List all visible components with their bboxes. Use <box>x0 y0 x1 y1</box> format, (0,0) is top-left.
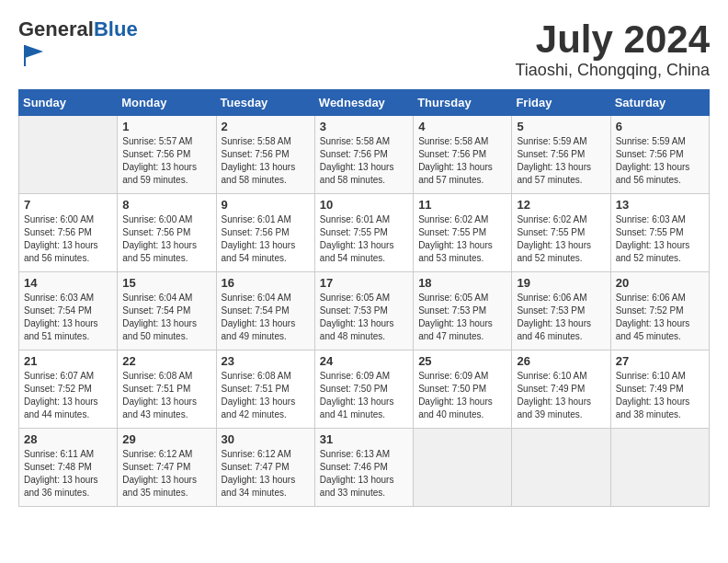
calendar-cell: 29Sunrise: 6:12 AMSunset: 7:47 PMDayligh… <box>118 429 216 507</box>
day-info: Sunrise: 6:08 AMSunset: 7:51 PMDaylight:… <box>122 370 210 421</box>
day-info: Sunrise: 6:11 AMSunset: 7:48 PMDaylight:… <box>24 448 112 500</box>
day-number: 21 <box>24 354 112 368</box>
day-info: Sunrise: 6:10 AMSunset: 7:49 PMDaylight:… <box>616 370 704 421</box>
day-number: 1 <box>122 120 210 133</box>
day-info: Sunrise: 6:00 AMSunset: 7:56 PMDaylight:… <box>24 213 112 265</box>
svg-marker-0 <box>25 45 43 58</box>
day-number: 20 <box>616 276 704 290</box>
calendar-cell: 6Sunrise: 5:59 AMSunset: 7:56 PMDaylight… <box>610 116 709 194</box>
day-number: 12 <box>517 198 605 212</box>
calendar-cell: 27Sunrise: 6:10 AMSunset: 7:49 PMDayligh… <box>610 350 709 429</box>
day-info: Sunrise: 5:58 AMSunset: 7:56 PMDaylight:… <box>320 135 408 187</box>
calendar-cell: 15Sunrise: 6:04 AMSunset: 7:54 PMDayligh… <box>118 272 216 350</box>
day-number: 16 <box>222 276 310 290</box>
day-number: 24 <box>320 354 408 368</box>
calendar-cell <box>610 429 709 507</box>
calendar-cell: 12Sunrise: 6:02 AMSunset: 7:55 PMDayligh… <box>512 194 610 272</box>
calendar-week-row: 7Sunrise: 6:00 AMSunset: 7:56 PMDaylight… <box>19 194 710 272</box>
day-number: 29 <box>122 432 210 446</box>
day-info: Sunrise: 6:05 AMSunset: 7:53 PMDaylight:… <box>418 292 506 343</box>
calendar-cell: 22Sunrise: 6:08 AMSunset: 7:51 PMDayligh… <box>118 350 216 429</box>
calendar-cell: 20Sunrise: 6:06 AMSunset: 7:52 PMDayligh… <box>610 272 709 350</box>
calendar-cell: 5Sunrise: 5:59 AMSunset: 7:56 PMDaylight… <box>512 116 610 194</box>
calendar-cell: 21Sunrise: 6:07 AMSunset: 7:52 PMDayligh… <box>19 350 118 429</box>
day-number: 3 <box>320 120 408 133</box>
weekday-header: Sunday <box>19 90 118 116</box>
calendar-week-row: 21Sunrise: 6:07 AMSunset: 7:52 PMDayligh… <box>19 350 710 429</box>
day-number: 7 <box>24 198 112 212</box>
day-number: 14 <box>24 276 112 290</box>
weekday-header: Friday <box>512 90 610 116</box>
month-title: July 2024 <box>516 18 710 61</box>
day-info: Sunrise: 5:58 AMSunset: 7:56 PMDaylight:… <box>418 135 506 187</box>
calendar-cell: 11Sunrise: 6:02 AMSunset: 7:55 PMDayligh… <box>414 194 512 272</box>
day-number: 30 <box>222 432 310 446</box>
calendar-week-row: 14Sunrise: 6:03 AMSunset: 7:54 PMDayligh… <box>19 272 710 350</box>
logo: GeneralBlue <box>18 18 138 72</box>
day-info: Sunrise: 6:02 AMSunset: 7:55 PMDaylight:… <box>418 213 506 265</box>
day-info: Sunrise: 6:09 AMSunset: 7:50 PMDaylight:… <box>418 370 506 421</box>
calendar-cell: 25Sunrise: 6:09 AMSunset: 7:50 PMDayligh… <box>414 350 512 429</box>
calendar-cell <box>512 429 610 507</box>
calendar-cell: 1Sunrise: 5:57 AMSunset: 7:56 PMDaylight… <box>118 116 216 194</box>
day-info: Sunrise: 5:57 AMSunset: 7:56 PMDaylight:… <box>122 135 210 187</box>
weekday-header: Wednesday <box>314 90 413 116</box>
day-number: 31 <box>320 432 408 446</box>
day-info: Sunrise: 6:06 AMSunset: 7:52 PMDaylight:… <box>616 292 704 343</box>
calendar-cell: 10Sunrise: 6:01 AMSunset: 7:55 PMDayligh… <box>314 194 413 272</box>
calendar-cell: 8Sunrise: 6:00 AMSunset: 7:56 PMDaylight… <box>118 194 216 272</box>
calendar-cell: 30Sunrise: 6:12 AMSunset: 7:47 PMDayligh… <box>216 429 314 507</box>
day-info: Sunrise: 5:59 AMSunset: 7:56 PMDaylight:… <box>517 135 605 187</box>
day-number: 25 <box>418 354 506 368</box>
day-number: 6 <box>616 120 704 133</box>
calendar-cell <box>19 116 118 194</box>
day-info: Sunrise: 6:10 AMSunset: 7:49 PMDaylight:… <box>517 370 605 421</box>
calendar-week-row: 1Sunrise: 5:57 AMSunset: 7:56 PMDaylight… <box>19 116 710 194</box>
calendar-week-row: 28Sunrise: 6:11 AMSunset: 7:48 PMDayligh… <box>19 429 710 507</box>
logo-general-text: General <box>18 17 94 40</box>
calendar-cell: 26Sunrise: 6:10 AMSunset: 7:49 PMDayligh… <box>512 350 610 429</box>
day-info: Sunrise: 5:59 AMSunset: 7:56 PMDaylight:… <box>616 135 704 187</box>
day-number: 8 <box>122 198 210 212</box>
day-number: 5 <box>517 120 605 133</box>
calendar-cell: 2Sunrise: 5:58 AMSunset: 7:56 PMDaylight… <box>216 116 314 194</box>
weekday-header: Monday <box>118 90 216 116</box>
day-number: 9 <box>222 198 310 212</box>
calendar-cell: 23Sunrise: 6:08 AMSunset: 7:51 PMDayligh… <box>216 350 314 429</box>
day-info: Sunrise: 6:07 AMSunset: 7:52 PMDaylight:… <box>24 370 112 421</box>
location: Tiaoshi, Chongqing, China <box>516 61 710 80</box>
day-info: Sunrise: 6:12 AMSunset: 7:47 PMDaylight:… <box>222 448 310 500</box>
weekday-header: Thursday <box>414 90 512 116</box>
day-number: 28 <box>24 432 112 446</box>
day-info: Sunrise: 5:58 AMSunset: 7:56 PMDaylight:… <box>222 135 310 187</box>
title-block: July 2024 Tiaoshi, Chongqing, China <box>516 18 710 80</box>
calendar-table: SundayMondayTuesdayWednesdayThursdayFrid… <box>18 89 710 507</box>
page-header: GeneralBlue July 2024 Tiaoshi, Chongqing… <box>18 18 710 80</box>
day-info: Sunrise: 6:12 AMSunset: 7:47 PMDaylight:… <box>122 448 210 500</box>
day-info: Sunrise: 6:08 AMSunset: 7:51 PMDaylight:… <box>222 370 310 421</box>
day-number: 11 <box>418 198 506 212</box>
day-number: 22 <box>122 354 210 368</box>
day-info: Sunrise: 6:02 AMSunset: 7:55 PMDaylight:… <box>517 213 605 265</box>
calendar-cell: 31Sunrise: 6:13 AMSunset: 7:46 PMDayligh… <box>314 429 413 507</box>
day-number: 27 <box>616 354 704 368</box>
day-number: 19 <box>517 276 605 290</box>
day-number: 13 <box>616 198 704 212</box>
day-info: Sunrise: 6:04 AMSunset: 7:54 PMDaylight:… <box>122 292 210 343</box>
day-info: Sunrise: 6:03 AMSunset: 7:54 PMDaylight:… <box>24 292 112 343</box>
day-number: 10 <box>320 198 408 212</box>
calendar-cell: 19Sunrise: 6:06 AMSunset: 7:53 PMDayligh… <box>512 272 610 350</box>
day-number: 2 <box>222 120 310 133</box>
calendar-cell <box>414 429 512 507</box>
calendar-cell: 18Sunrise: 6:05 AMSunset: 7:53 PMDayligh… <box>414 272 512 350</box>
calendar-cell: 17Sunrise: 6:05 AMSunset: 7:53 PMDayligh… <box>314 272 413 350</box>
day-number: 17 <box>320 276 408 290</box>
day-number: 15 <box>122 276 210 290</box>
day-info: Sunrise: 6:01 AMSunset: 7:55 PMDaylight:… <box>320 213 408 265</box>
day-info: Sunrise: 6:00 AMSunset: 7:56 PMDaylight:… <box>122 213 210 265</box>
calendar-cell: 4Sunrise: 5:58 AMSunset: 7:56 PMDaylight… <box>414 116 512 194</box>
calendar-cell: 16Sunrise: 6:04 AMSunset: 7:54 PMDayligh… <box>216 272 314 350</box>
logo-blue-text: Blue <box>94 17 138 40</box>
calendar-cell: 3Sunrise: 5:58 AMSunset: 7:56 PMDaylight… <box>314 116 413 194</box>
day-info: Sunrise: 6:06 AMSunset: 7:53 PMDaylight:… <box>517 292 605 343</box>
